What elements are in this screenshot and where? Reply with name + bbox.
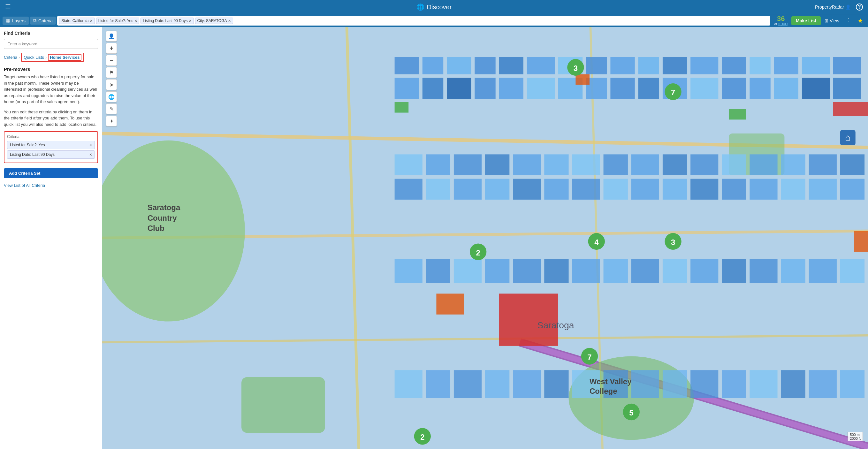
navigate-button[interactable]: ➤ bbox=[106, 79, 117, 90]
svg-rect-26 bbox=[833, 57, 861, 74]
add-criteria-set-button[interactable]: Add Criteria Set bbox=[4, 168, 98, 178]
svg-text:7: 7 bbox=[671, 88, 675, 97]
svg-rect-38 bbox=[690, 78, 718, 99]
hamburger-icon[interactable]: ☰ bbox=[5, 3, 11, 11]
criteria-label: Criteria bbox=[38, 18, 53, 23]
layers-button[interactable]: ▦ Layers bbox=[3, 17, 29, 25]
flag-button[interactable]: ⚑ bbox=[106, 67, 117, 78]
svg-rect-94 bbox=[722, 259, 746, 283]
svg-text:7: 7 bbox=[587, 353, 591, 361]
svg-text:2: 2 bbox=[420, 433, 425, 441]
svg-rect-30 bbox=[474, 78, 495, 99]
svg-rect-41 bbox=[774, 78, 798, 99]
svg-rect-14 bbox=[499, 57, 523, 74]
svg-text:Club: Club bbox=[148, 224, 164, 232]
criteria-tag-date-remove[interactable]: × bbox=[89, 152, 92, 157]
svg-rect-31 bbox=[499, 78, 523, 99]
svg-text:2: 2 bbox=[476, 249, 480, 257]
svg-rect-18 bbox=[610, 57, 634, 74]
svg-rect-76 bbox=[663, 179, 687, 200]
scale-bar: 500 m 2000 ft bbox=[847, 432, 863, 441]
tools-button[interactable]: ✦ bbox=[106, 116, 117, 126]
header-right: PropertyRadar 👤 ? bbox=[815, 3, 863, 10]
scale-line2: 2000 ft bbox=[850, 437, 861, 440]
filter-chip-state-label: State: California bbox=[61, 19, 89, 23]
criteria-icon: ⧉ bbox=[33, 18, 36, 23]
make-list-button[interactable]: Make List bbox=[792, 16, 821, 25]
user-link[interactable]: PropertyRadar 👤 bbox=[815, 4, 851, 9]
svg-rect-28 bbox=[423, 78, 443, 99]
svg-rect-66 bbox=[840, 154, 865, 175]
svg-rect-113 bbox=[809, 370, 837, 398]
filter-chip-state-remove[interactable]: × bbox=[90, 19, 93, 23]
star-button[interactable]: ★ bbox=[855, 16, 865, 26]
svg-rect-51 bbox=[395, 154, 423, 175]
description-1: Target owners who have listed a property… bbox=[4, 74, 98, 105]
criteria-tag-listed-remove[interactable]: × bbox=[89, 142, 92, 148]
svg-rect-87 bbox=[513, 259, 541, 283]
filter-chip-state: State: California × bbox=[59, 18, 95, 24]
svg-rect-98 bbox=[840, 259, 865, 283]
user-icon: 👤 bbox=[845, 4, 851, 9]
svg-rect-60 bbox=[663, 154, 687, 175]
svg-rect-67 bbox=[395, 179, 423, 200]
svg-rect-69 bbox=[454, 179, 482, 200]
filter-chip-listed-remove[interactable]: × bbox=[134, 19, 137, 23]
filter-chip-date-remove[interactable]: × bbox=[189, 19, 191, 23]
share-button[interactable]: ⋮ bbox=[843, 16, 854, 26]
svg-rect-59 bbox=[631, 154, 659, 175]
breadcrumb-mid[interactable]: Quick Lists bbox=[24, 55, 44, 60]
criteria-button[interactable]: ⧉ Criteria bbox=[30, 17, 56, 25]
svg-rect-110 bbox=[722, 370, 746, 398]
svg-rect-103 bbox=[513, 370, 541, 398]
filter-chip-date-label: Listing Date: Last 90 Days bbox=[143, 19, 187, 23]
locate-me-button[interactable]: 👤 bbox=[106, 31, 117, 41]
svg-rect-107 bbox=[631, 370, 659, 398]
svg-rect-70 bbox=[485, 179, 509, 200]
svg-rect-39 bbox=[722, 78, 746, 99]
section-title: Pre-movers bbox=[4, 66, 98, 72]
svg-rect-20 bbox=[663, 57, 687, 74]
keyword-input[interactable] bbox=[4, 39, 98, 49]
zoom-out-button[interactable]: − bbox=[106, 55, 117, 66]
view-all-criteria-link[interactable]: View List of All Criteria bbox=[4, 183, 45, 188]
zoom-in-button[interactable]: + bbox=[106, 43, 117, 54]
filter-chip-date: Listing Date: Last 90 Days × bbox=[141, 18, 193, 24]
svg-rect-49 bbox=[395, 102, 409, 113]
criteria-tag-date: Listing Date: Last 90 Days × bbox=[7, 151, 95, 159]
count-max-link[interactable]: 10,000 bbox=[778, 22, 788, 26]
svg-rect-96 bbox=[781, 259, 805, 283]
globe-button[interactable]: 🌐 bbox=[106, 91, 117, 102]
svg-rect-24 bbox=[774, 57, 798, 74]
star-icon: ★ bbox=[858, 17, 863, 24]
svg-rect-104 bbox=[544, 370, 568, 398]
help-icon[interactable]: ? bbox=[856, 3, 863, 10]
svg-rect-85 bbox=[454, 259, 482, 283]
user-name: PropertyRadar bbox=[815, 4, 844, 9]
svg-rect-99 bbox=[395, 370, 423, 398]
breadcrumb: Criteria › Quick Lists › Home Services bbox=[4, 53, 98, 62]
edit-button[interactable]: ✎ bbox=[106, 103, 117, 114]
svg-rect-74 bbox=[603, 179, 628, 200]
svg-rect-75 bbox=[631, 179, 659, 200]
svg-rect-111 bbox=[749, 370, 777, 398]
sidebar: Find Criteria Criteria › Quick Lists › H… bbox=[0, 27, 102, 449]
svg-rect-27 bbox=[395, 78, 419, 99]
svg-rect-77 bbox=[690, 179, 718, 200]
svg-text:3: 3 bbox=[574, 64, 578, 72]
criteria-tag-listed-label: Listed for Sale?: Yes bbox=[10, 143, 45, 147]
svg-rect-109 bbox=[690, 370, 718, 398]
map-area[interactable]: Saratoga Country Club West Valley Colleg… bbox=[102, 27, 868, 449]
view-button[interactable]: ⊞ View bbox=[822, 17, 842, 25]
svg-rect-65 bbox=[809, 154, 837, 175]
main-layout: Find Criteria Criteria › Quick Lists › H… bbox=[0, 27, 868, 449]
svg-rect-22 bbox=[722, 57, 746, 74]
svg-rect-84 bbox=[426, 259, 450, 283]
filter-chip-city-remove[interactable]: × bbox=[228, 19, 231, 23]
svg-rect-92 bbox=[663, 259, 687, 283]
view-icon: ⊞ bbox=[825, 18, 828, 23]
count-badge: 36 of 10,000 bbox=[774, 15, 787, 26]
svg-rect-97 bbox=[809, 259, 837, 283]
breadcrumb-root[interactable]: Criteria bbox=[4, 55, 17, 60]
toolbar: ▦ Layers ⧉ Criteria State: California × … bbox=[0, 14, 868, 27]
